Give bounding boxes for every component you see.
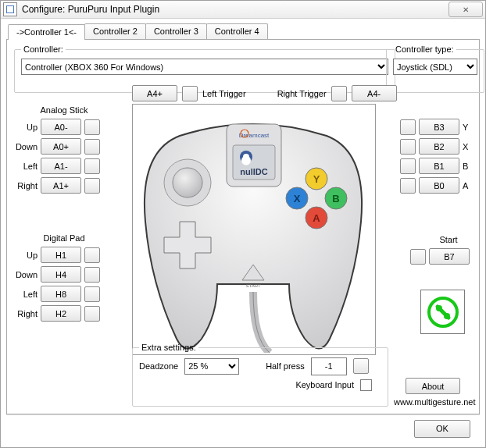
controller-type-legend: Controller type: [393,44,456,54]
analog-up-clear[interactable] [84,119,100,135]
analog-down-label: Down [14,142,38,151]
svg-text:Y: Y [313,173,320,185]
analog-right-button[interactable]: A1+ [41,177,81,194]
face-x-button[interactable]: B2 [419,138,459,155]
face-a-clear[interactable] [400,178,416,194]
face-a-button[interactable]: B0 [419,177,459,194]
client-area: ->Controller 1<- Controller 2 Controller… [1,19,485,447]
digital-up-clear[interactable] [84,247,100,263]
analog-right-label: Right [14,181,38,190]
window-title: Configure: PuruPuru Input Plugin [22,4,448,15]
controller-legend: Controller: [21,44,66,54]
analog-up-button[interactable]: A0- [41,119,81,135]
footer: OK [6,414,480,442]
face-b-clear[interactable] [400,158,416,174]
analog-left-button[interactable]: A1- [41,158,81,174]
tab-controller-4[interactable]: Controller 4 [206,23,268,39]
face-y-button[interactable]: B3 [419,119,459,135]
digital-right-clear[interactable] [84,306,100,322]
controller-type-group: Controller type: Joystick (SDL) [386,44,484,93]
analog-left-clear[interactable] [84,158,100,174]
analog-section: Analog Stick UpA0- DownA0+ LeftA1- Right… [14,105,100,196]
controller-image: Dreamcast nullDC Y X B [132,104,376,355]
left-trigger-label: Left Trigger [202,89,246,98]
trigger-row: A4+ Left Trigger Right Trigger A4- [132,85,397,101]
left-trigger-clear[interactable] [182,86,198,101]
face-y-label: Y [463,123,472,132]
brand-text: Dreamcast [239,132,270,139]
extra-settings-group: Extra settings: Deadzone 25 % Half press… [132,343,388,407]
controller-type-select[interactable]: Joystick (SDL) [393,59,477,75]
halfpress-input[interactable] [311,357,347,375]
ok-button[interactable]: OK [414,420,470,438]
tabstrip: ->Controller 1<- Controller 2 Controller… [8,23,480,39]
face-x-clear[interactable] [400,139,416,155]
titlebar: Configure: PuruPuru Input Plugin ✕ [1,1,485,19]
digital-legend: Digital Pad [28,233,100,243]
digital-right-label: Right [14,309,38,318]
svg-point-8 [173,168,202,197]
analog-left-label: Left [14,162,38,171]
digital-up-button[interactable]: H1 [41,247,81,263]
analog-down-button[interactable]: A0+ [41,138,81,155]
face-b-label: B [463,162,472,171]
tab-controller-3[interactable]: Controller 3 [145,23,207,39]
svg-point-2 [444,313,450,319]
about-area: About www.multigesture.net [394,378,472,407]
keyboard-checkbox[interactable] [360,379,372,391]
deadzone-label: Deadzone [139,361,178,371]
svg-text:X: X [294,193,301,204]
svg-text:A: A [313,212,320,224]
face-y-clear[interactable] [400,119,416,135]
face-b-button[interactable]: B1 [419,158,459,174]
tab-page: Controller: Controller (XBOX 360 For Win… [6,39,480,414]
about-button[interactable]: About [406,378,460,394]
right-trigger-label: Right Trigger [277,89,327,98]
face-x-label: X [463,142,472,151]
face-buttons-section: B3Y B2X B1B B0A [400,118,472,196]
a4-plus-button[interactable]: A4+ [132,85,177,101]
digital-left-clear[interactable] [84,286,100,302]
analog-down-clear[interactable] [84,139,100,155]
digital-right-button[interactable]: H2 [41,305,81,322]
svg-point-1 [436,305,442,311]
digital-section: Digital Pad UpH1 DownH4 LeftH8 RightH2 [14,233,100,324]
a4-minus-button[interactable]: A4- [352,85,397,101]
halfpress-clear[interactable] [353,358,369,374]
start-button[interactable]: B7 [429,248,470,265]
tab-controller-1[interactable]: ->Controller 1<- [8,24,85,40]
extra-legend: Extra settings: [139,343,198,352]
close-button[interactable]: ✕ [448,2,483,17]
analog-right-clear[interactable] [84,178,100,194]
analog-legend: Analog Stick [28,105,100,115]
config-window: Configure: PuruPuru Input Plugin ✕ ->Con… [0,0,486,448]
keyboard-label: Keyboard Input [295,380,354,389]
analog-up-label: Up [14,123,38,132]
deadzone-select[interactable]: 25 % [184,358,239,375]
digital-down-button[interactable]: H4 [41,266,81,283]
svg-text:START: START [245,283,260,288]
controller-select[interactable]: Controller (XBOX 360 For Windows) [21,59,388,75]
digital-down-label: Down [14,270,38,279]
start-section: Start B7 [410,235,470,265]
plugin-icon [420,290,465,334]
svg-text:B: B [332,193,339,204]
digital-left-label: Left [14,290,38,299]
face-a-label: A [463,181,472,190]
start-legend: Start [427,235,470,244]
halfpress-label: Half press [266,361,305,371]
app-icon [3,2,17,16]
digital-left-button[interactable]: H8 [41,286,81,302]
right-trigger-clear[interactable] [331,86,347,101]
website-link[interactable]: www.multigesture.net [394,397,476,407]
digital-up-label: Up [14,251,38,260]
tab-controller-2[interactable]: Controller 2 [84,23,146,39]
digital-down-clear[interactable] [84,267,100,283]
start-clear[interactable] [410,249,426,265]
logo-text: nullDC [240,167,267,176]
